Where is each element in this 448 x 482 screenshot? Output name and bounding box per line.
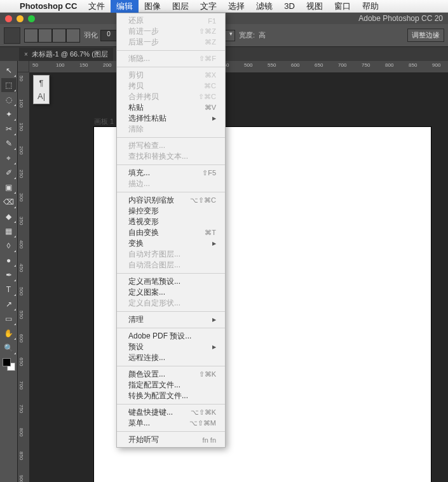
menu-item-颜色设置[interactable]: 颜色设置...⇧⌘K [117, 369, 225, 380]
close-tab-icon[interactable]: × [24, 51, 28, 58]
move-tool[interactable]: ↖ [1, 64, 17, 77]
ruler-tick: 800 [18, 428, 24, 436]
current-tool-icon[interactable] [4, 27, 20, 44]
eraser-tool[interactable]: ◆ [1, 210, 17, 224]
menu-item-label: 清理 [128, 314, 144, 325]
feather-input[interactable]: 0 [100, 30, 117, 41]
selection-subtract-icon[interactable] [52, 29, 66, 43]
menu-item-透视变形[interactable]: 透视变形 [117, 217, 225, 227]
pen-tool[interactable]: ✒ [1, 268, 17, 282]
menu-item-自由变换[interactable]: 自由变换⌘T [117, 227, 225, 238]
height-label: 高 [259, 30, 266, 40]
brush-tool[interactable]: ✐ [1, 166, 17, 180]
menu-item-指定配置文件[interactable]: 指定配置文件... [117, 380, 225, 391]
menu-文字[interactable]: 文字 [194, 0, 222, 13]
lasso-tool[interactable]: ◌ [1, 93, 17, 107]
menu-item-自动对齐图层: 自动对齐图层... [117, 249, 225, 260]
menu-separator [117, 50, 225, 51]
menu-item-label: 粘贴 [128, 102, 144, 113]
menu-item-合并拷贝: 合并拷贝⇧⌘C [117, 91, 225, 102]
eyedropper-tool[interactable]: ✎ [1, 137, 17, 151]
menu-item-远程连接[interactable]: 远程连接... [117, 352, 225, 363]
menu-item-转换为配置文件[interactable]: 转换为配置文件... [117, 391, 225, 401]
spot-heal-tool[interactable]: ⌖ [1, 151, 17, 165]
vertical-ruler[interactable]: 5010015020025030035040045050055060065070… [18, 72, 29, 482]
menu-item-label: 前进一步 [128, 26, 159, 37]
menu-3D[interactable]: 3D [278, 0, 301, 13]
menu-图像[interactable]: 图像 [139, 0, 166, 13]
menu-编辑[interactable]: 编辑 [111, 0, 139, 13]
ruler-tick: 350 [18, 217, 24, 225]
character-icon[interactable]: A| [37, 91, 45, 101]
history-brush-tool[interactable]: ⌫ [1, 195, 17, 209]
ruler-origin[interactable] [18, 61, 29, 72]
paragraph-panel[interactable]: ¶ A| [33, 75, 50, 104]
color-swatches[interactable] [3, 358, 15, 371]
paragraph-icon[interactable]: ¶ [39, 78, 44, 88]
menu-item-label: 渐隐... [128, 53, 150, 64]
artboard-label[interactable]: 画板 1 [94, 117, 114, 126]
selection-new-icon[interactable] [24, 29, 38, 43]
menu-separator [117, 404, 225, 405]
menu-item-label: 定义自定形状... [128, 298, 180, 309]
gradient-tool[interactable]: ▦ [1, 224, 17, 238]
menu-视图[interactable]: 视图 [301, 0, 329, 13]
menu-item-label: 键盘快捷键... [128, 407, 173, 418]
crop-tool[interactable]: ✂ [1, 122, 17, 136]
hand-tool[interactable]: ✋ [1, 326, 17, 340]
app-name[interactable]: Photoshop CC [14, 1, 83, 11]
document-tab[interactable]: × 未标题-1 @ 66.7% (图层 [19, 48, 113, 61]
magic-wand-tool[interactable]: ✦ [1, 107, 17, 121]
rectangle-tool[interactable]: ▭ [1, 312, 17, 326]
close-icon[interactable] [5, 15, 12, 22]
selection-intersect-icon[interactable] [66, 29, 80, 43]
menu-图层[interactable]: 图层 [166, 0, 194, 13]
menu-滤镜[interactable]: 滤镜 [250, 0, 278, 13]
zoom-tool[interactable]: 🔍 [1, 341, 17, 355]
menu-item-定义画笔预设[interactable]: 定义画笔预设... [117, 276, 225, 287]
menu-shortcut: ⌥⇧⌘M [189, 419, 216, 427]
window-controls [5, 15, 35, 22]
menu-item-清理[interactable]: 清理 [117, 314, 225, 325]
zoom-icon[interactable] [28, 15, 35, 22]
menu-shortcut: ⌘V [205, 104, 216, 112]
selection-add-icon[interactable] [38, 29, 52, 43]
dodge-tool[interactable]: ● [1, 253, 17, 267]
ruler-tick: 50 [32, 62, 38, 68]
menu-窗口[interactable]: 窗口 [329, 0, 356, 13]
menu-item-选择性粘贴[interactable]: 选择性粘贴 [117, 113, 225, 124]
menu-文件[interactable]: 文件 [83, 0, 111, 13]
menu-item-填充[interactable]: 填充...⇧F5 [117, 168, 225, 178]
menu-item-键盘快捷键[interactable]: 键盘快捷键...⌥⇧⌘K [117, 407, 225, 418]
refine-edge-button[interactable]: 调整边缘 [407, 29, 444, 42]
minimize-icon[interactable] [17, 15, 24, 22]
horizontal-ruler[interactable]: 5010015020025030035040045050055060065070… [29, 61, 448, 72]
ruler-tick: 600 [291, 62, 299, 68]
canvas-area[interactable]: 5010015020025030035040045050055060065070… [18, 61, 448, 482]
ruler-tick: 200 [103, 62, 111, 68]
menu-item-菜单[interactable]: 菜单...⌥⇧⌘M [117, 418, 225, 429]
ruler-tick: 50 [18, 76, 24, 81]
stamp-tool[interactable]: ▣ [1, 180, 17, 194]
menu-选择[interactable]: 选择 [222, 0, 250, 13]
path-select-tool[interactable]: ↗ [1, 297, 17, 311]
menu-item-渐隐: 渐隐...⇧⌘F [117, 53, 225, 64]
menu-item-定义图案[interactable]: 定义图案... [117, 287, 225, 298]
menu-item-预设[interactable]: 预设 [117, 342, 225, 352]
menu-separator [117, 328, 225, 328]
menu-shortcut: ⌥⇧⌘K [191, 408, 216, 417]
menu-shortcut: ⇧⌘Z [199, 27, 216, 36]
menu-item-粘贴[interactable]: 粘贴⌘V [117, 102, 225, 113]
ruler-tick: 650 [315, 62, 323, 68]
menu-item-Adobe PDF 预设[interactable]: Adobe PDF 预设... [117, 331, 225, 342]
menu-separator [117, 311, 225, 312]
type-tool[interactable]: T [1, 283, 17, 297]
menu-item-变换[interactable]: 变换 [117, 238, 225, 249]
feather-label: 羽化 [84, 30, 98, 40]
blur-tool[interactable]: ◊ [1, 239, 17, 253]
menu-item-开始听写[interactable]: 开始听写fn fn [117, 434, 225, 445]
marquee-tool[interactable]: ⬚ [1, 78, 17, 92]
menu-item-操控变形[interactable]: 操控变形 [117, 206, 225, 217]
menu-帮助[interactable]: 帮助 [356, 0, 384, 13]
menu-item-内容识别缩放[interactable]: 内容识别缩放⌥⇧⌘C [117, 195, 225, 206]
